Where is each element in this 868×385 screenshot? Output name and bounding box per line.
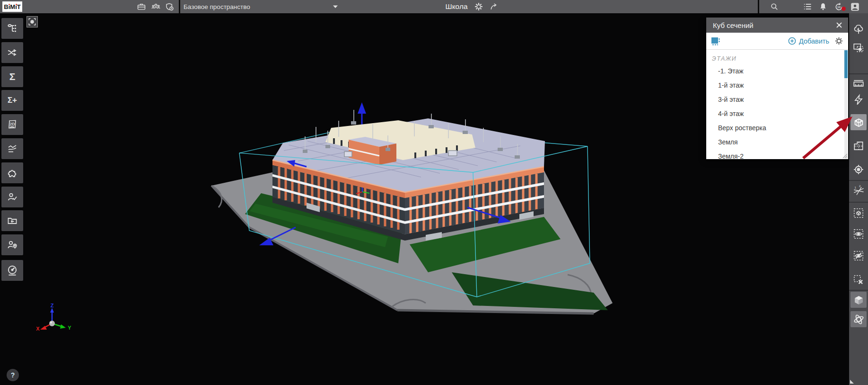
shaded-view-button[interactable] xyxy=(850,292,867,308)
notification-badge xyxy=(842,7,846,11)
team-icon[interactable] xyxy=(150,1,161,12)
sigma-glyph: Σ xyxy=(9,71,16,82)
floor-item[interactable]: -1. Этаж xyxy=(706,64,848,78)
shuffle-button[interactable] xyxy=(1,42,23,63)
axis-label-x: X xyxy=(36,326,40,331)
workspace-selector[interactable]: Базовое пространство xyxy=(184,0,338,13)
2d-view-button[interactable]: 2D xyxy=(1,114,23,135)
show-object-button[interactable] xyxy=(850,226,867,242)
axis-label-z: Z xyxy=(51,303,54,308)
topbar-divider xyxy=(179,0,180,13)
section-cube-blue-icon[interactable] xyxy=(710,36,721,46)
clash-flash-button[interactable] xyxy=(850,92,867,108)
toolbar-separator xyxy=(849,202,868,203)
orbit-view-button[interactable] xyxy=(850,311,867,327)
section-cube-panel: Куб сечений Добавить ЭТАЖИ -1. Этаж 1- xyxy=(706,18,848,159)
gear-icon[interactable] xyxy=(473,1,484,12)
resize-corner-icon[interactable] xyxy=(850,379,855,384)
scrollbar-thumb[interactable] xyxy=(844,50,848,78)
panel-title: Куб сечений xyxy=(713,21,754,29)
floor-plans-button[interactable] xyxy=(850,138,867,154)
fit-view-button[interactable] xyxy=(26,16,38,27)
2d-glyph: 2D xyxy=(10,122,15,126)
hide-object-button[interactable] xyxy=(850,248,867,264)
share-icon[interactable] xyxy=(489,1,499,12)
sigma-plus-glyph: Σ+ xyxy=(8,96,17,105)
topbar-divider-right xyxy=(758,0,759,13)
locate-target-button[interactable] xyxy=(850,161,867,178)
panel-resize-handle[interactable] xyxy=(841,152,848,159)
coordination-axes-button[interactable]: 1 2 xyxy=(850,183,867,199)
axis-mark-2: 2 xyxy=(859,185,861,188)
briefcase-icon[interactable] xyxy=(136,1,147,12)
panel-header[interactable]: Куб сечений xyxy=(706,18,848,33)
plus-circle-icon xyxy=(788,37,796,45)
account-avatar[interactable] xyxy=(850,1,860,12)
toolbar-separator xyxy=(849,290,868,291)
chevron-down-icon xyxy=(333,5,338,9)
logo-letter: M xyxy=(10,3,15,10)
panel-toolbar: Добавить xyxy=(706,33,848,50)
sum-add-button[interactable]: Σ+ xyxy=(1,90,23,111)
sum-button[interactable]: Σ xyxy=(1,66,23,87)
add-label: Добавить xyxy=(799,37,829,45)
panel-scrollbar[interactable] xyxy=(844,50,848,159)
isolate-object-button[interactable] xyxy=(850,205,867,221)
axis-label-y: Y xyxy=(68,325,71,331)
floor-item[interactable]: 4-й этаж xyxy=(706,107,848,121)
floor-item[interactable]: Земля xyxy=(706,135,848,149)
toolbar-separator xyxy=(849,180,868,181)
help-button[interactable]: ? xyxy=(7,369,19,381)
search-icon[interactable] xyxy=(769,1,780,12)
charts-button[interactable] xyxy=(1,138,23,159)
floor-item[interactable]: Земля-2 xyxy=(706,149,848,159)
floor-list: ЭТАЖИ -1. Этаж 1-й этаж 3-й этаж 4-й эта… xyxy=(706,50,848,159)
workspace-label: Базовое пространство xyxy=(184,3,250,10)
floors-section-label: ЭТАЖИ xyxy=(712,55,848,62)
floor-item[interactable]: 1-й этаж xyxy=(706,78,848,92)
project-export-button[interactable] xyxy=(1,210,23,231)
axis-mark-1: 1 xyxy=(854,186,856,189)
user-check-button[interactable] xyxy=(1,187,23,207)
floor-item[interactable]: 3-й этаж xyxy=(706,92,848,107)
floor-item[interactable]: Верх ростверка xyxy=(706,121,848,135)
toolbar-separator xyxy=(849,73,868,74)
shield-clock-icon[interactable] xyxy=(164,1,175,12)
measure-ruler-button[interactable] xyxy=(850,75,867,91)
explorer-tree-button[interactable] xyxy=(850,21,867,37)
right-toolbar: 1 2 xyxy=(849,13,868,385)
top-bar: BiMiT Базовое пространство Школа xyxy=(0,0,868,13)
section-cube-button[interactable] xyxy=(850,114,867,130)
notifications-bell-icon[interactable] xyxy=(818,1,828,12)
deselect-object-button[interactable] xyxy=(850,272,867,288)
app-logo[interactable]: BiMiT xyxy=(2,1,22,12)
model-tree-button[interactable] xyxy=(1,18,23,39)
list-icon[interactable] xyxy=(802,1,813,12)
history-count: 10 xyxy=(837,5,841,8)
logo-letter: T xyxy=(17,3,21,10)
help-label: ? xyxy=(11,371,15,379)
add-section-button[interactable]: Добавить xyxy=(788,33,829,49)
plugins-button[interactable] xyxy=(1,162,23,183)
close-icon[interactable] xyxy=(834,20,844,30)
panel-gear-icon[interactable] xyxy=(834,36,843,45)
user-location-button[interactable] xyxy=(1,234,23,255)
select-object-button[interactable] xyxy=(850,40,867,56)
logo-letter: B xyxy=(4,3,8,10)
dashboard-button[interactable] xyxy=(1,260,23,281)
